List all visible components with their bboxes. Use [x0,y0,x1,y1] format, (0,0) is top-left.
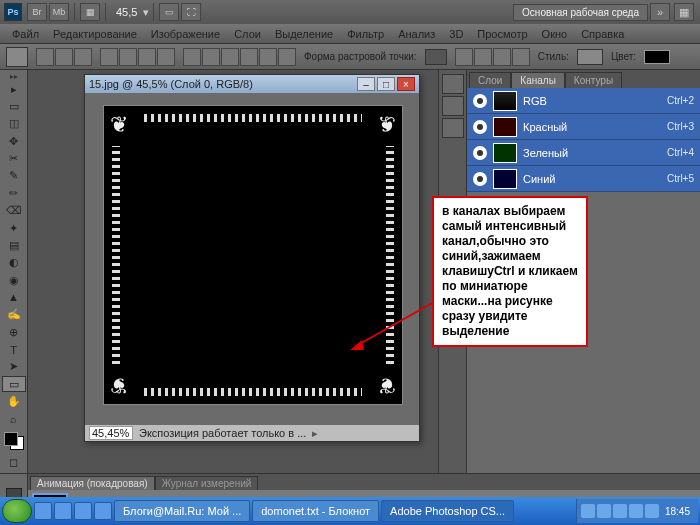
mini-bridge-icon[interactable]: Mb [49,3,69,21]
window-minimize-button[interactable]: – [357,77,375,91]
menu-view[interactable]: Просмотр [471,26,533,42]
menu-edit[interactable]: Редактирование [47,26,143,42]
collapsed-panel-icon[interactable] [442,118,464,138]
menu-window[interactable]: Окно [536,26,574,42]
menu-filter[interactable]: Фильтр [341,26,390,42]
channel-row-green[interactable]: Зеленый Ctrl+4 [467,140,700,166]
start-button[interactable] [2,499,32,523]
frame-edge [144,388,362,396]
taskbar-task[interactable]: domonet.txt - Блокнот [252,500,379,522]
path-ops-group[interactable] [100,48,175,66]
quickmask-toggle[interactable]: ◻ [2,455,26,471]
tool-heal[interactable]: ✏ [2,185,26,201]
screen-mode-icon[interactable]: ⛶ [181,3,201,21]
tab-measurement[interactable]: Журнал измерений [155,476,259,490]
taskbar-task[interactable]: Блоги@Mail.Ru: Мой ... [114,500,250,522]
quicklaunch-icon[interactable] [54,502,72,520]
combine-group[interactable] [455,48,530,66]
channel-list: RGB Ctrl+2 Красный Ctrl+3 Зеленый Ctrl+4… [467,88,700,192]
view-extras-icon[interactable]: ▦ [80,3,100,21]
menu-image[interactable]: Изображение [145,26,226,42]
menu-layer[interactable]: Слои [228,26,267,42]
menu-file[interactable]: Файл [6,26,45,42]
arrange-icon[interactable]: ▭ [159,3,179,21]
tool-pen[interactable]: ⊕ [2,324,26,340]
shape-preset-group[interactable] [183,48,296,66]
tab-layers[interactable]: Слои [469,72,511,88]
tray-icon[interactable] [613,504,627,518]
tool-eraser[interactable]: ◐ [2,255,26,271]
menu-help[interactable]: Справка [575,26,630,42]
menu-select[interactable]: Выделение [269,26,339,42]
channel-label: Красный [523,121,567,133]
channel-shortcut: Ctrl+3 [667,121,694,132]
options-bar: Форма растровой точки: Стиль: Цвет: [0,44,700,70]
quicklaunch-icon[interactable] [94,502,112,520]
tool-wand[interactable]: ✥ [2,133,26,149]
tray-icon[interactable] [581,504,595,518]
menu-3d[interactable]: 3D [443,26,469,42]
tool-stamp[interactable]: ✦ [2,220,26,236]
color-swatches[interactable] [2,430,26,452]
tab-paths[interactable]: Контуры [565,72,622,88]
collapsed-panel-icon[interactable] [442,96,464,116]
quicklaunch-icon[interactable] [74,502,92,520]
svg-line-0 [356,302,434,346]
tool-blur[interactable]: ▲ [2,289,26,305]
cs-live-icon[interactable]: ▦ [674,3,694,21]
system-tray: 18:45 [576,499,698,523]
channel-row-red[interactable]: Красный Ctrl+3 [467,114,700,140]
document-titlebar[interactable]: 15.jpg @ 45,5% (Слой 0, RGB/8) – □ × [85,75,419,93]
visibility-icon[interactable] [473,94,487,108]
channel-row-blue[interactable]: Синий Ctrl+5 [467,166,700,192]
visibility-icon[interactable] [473,146,487,160]
tool-crop[interactable]: ✂ [2,150,26,166]
zoom-field[interactable]: 45,45% [89,426,133,440]
tool-lasso[interactable]: ◫ [2,116,26,132]
tool-hand[interactable]: ✋ [2,393,26,409]
visibility-icon[interactable] [473,120,487,134]
tray-icon[interactable] [597,504,611,518]
tray-icon[interactable] [629,504,643,518]
tool-brush[interactable]: ⌫ [2,203,26,219]
tool-eyedropper[interactable]: ✎ [2,168,26,184]
channel-thumb[interactable] [493,169,517,189]
taskbar-task[interactable]: Adobe Photoshop CS... [381,500,514,522]
collapsed-panel-icon[interactable] [442,74,464,94]
canvas-area: 15.jpg @ 45,5% (Слой 0, RGB/8) – □ × ❦ ❦… [28,70,438,473]
tool-type[interactable]: T [2,341,26,357]
tool-gradient[interactable]: ◉ [2,272,26,288]
window-close-button[interactable]: × [397,77,415,91]
channel-thumb[interactable] [493,117,517,137]
taskbar-clock[interactable]: 18:45 [661,506,694,517]
tool-marquee[interactable]: ▭ [2,98,26,114]
annotation-callout: в каналах выбираем самый интенсивный кан… [432,196,588,347]
visibility-icon[interactable] [473,172,487,186]
bridge-icon[interactable]: Br [27,3,47,21]
tool-zoom[interactable]: ⌕ [2,411,26,427]
tab-channels[interactable]: Каналы [511,72,565,88]
workspace-switcher[interactable]: Основная рабочая среда [513,4,648,21]
tool-path[interactable]: ➤ [2,359,26,375]
tool-history[interactable]: ▤ [2,237,26,253]
channel-thumb[interactable] [493,143,517,163]
annotation-arrow-icon [348,296,444,356]
window-maximize-button[interactable]: □ [377,77,395,91]
workspace-chevrons-icon[interactable]: » [650,3,670,21]
channel-row-rgb[interactable]: RGB Ctrl+2 [467,88,700,114]
style-dropdown[interactable] [577,49,603,65]
zoom-readout[interactable]: 45,5 [110,6,143,18]
tool-dodge[interactable]: ✍ [2,307,26,323]
document-canvas[interactable]: ❦ ❦ ❦ ❦ [103,105,403,405]
current-tool-icon[interactable] [6,47,28,67]
quicklaunch-icon[interactable] [34,502,52,520]
menu-analysis[interactable]: Анализ [392,26,441,42]
channel-thumb[interactable] [493,91,517,111]
tool-shape[interactable]: ▭ [2,376,26,392]
shape-mode-group[interactable] [36,48,92,66]
tool-move[interactable]: ▸ [2,81,26,97]
tab-animation[interactable]: Анимация (покадровая) [30,476,155,490]
color-swatch[interactable] [644,50,670,64]
shape-dropdown[interactable] [425,49,447,65]
tray-icon[interactable] [645,504,659,518]
